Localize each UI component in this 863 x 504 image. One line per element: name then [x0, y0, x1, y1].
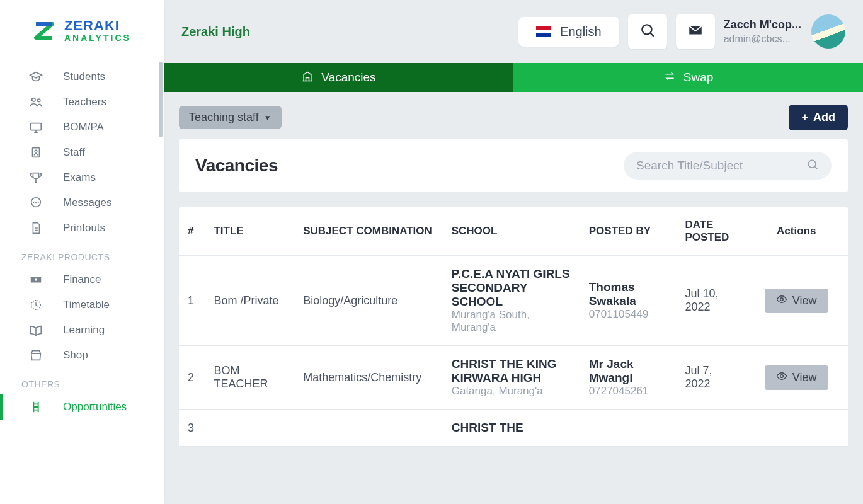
building-icon — [301, 70, 314, 86]
swap-icon — [663, 70, 676, 86]
scrollbar[interactable] — [159, 62, 163, 137]
sidebar-heading-products: ZERAKI PRODUCTS — [0, 241, 164, 267]
grad-cap-icon — [28, 69, 44, 85]
id-card-icon — [28, 144, 44, 161]
brand-logo[interactable]: ZERAKI ANALYTICS — [0, 0, 164, 62]
search-field[interactable] — [624, 152, 832, 180]
search-button[interactable] — [628, 14, 667, 49]
col-actions: Actions — [745, 207, 848, 256]
cell-posted-by: Mr Jack Mwangi 0727045261 — [580, 346, 677, 410]
cell-num: 1 — [179, 256, 205, 346]
sidebar-item-messages[interactable]: Messages — [0, 190, 164, 215]
tab-swap[interactable]: Swap — [513, 63, 863, 92]
svg-point-9 — [642, 25, 651, 34]
sidebar-item-staff[interactable]: Staff — [0, 140, 164, 165]
school-name: Zeraki High — [181, 25, 250, 39]
avatar — [811, 14, 845, 49]
mail-icon — [687, 22, 704, 41]
sidebar-item-learning[interactable]: Learning — [0, 318, 164, 343]
banknote-icon — [28, 272, 44, 288]
add-button[interactable]: + Add — [789, 105, 848, 130]
cell-num: 2 — [179, 346, 205, 410]
cell-date: Jul 10, 2022 — [676, 256, 745, 346]
svg-point-7 — [35, 278, 37, 281]
col-date: DATE POSTED — [676, 207, 745, 256]
plus-icon: + — [801, 111, 808, 124]
cell-actions — [745, 410, 848, 447]
filter-dropdown[interactable]: Teaching staff ▼ — [179, 106, 282, 129]
col-subject: SUBJECT COMBINATION — [294, 207, 443, 256]
sidebar-item-printouts[interactable]: Printouts — [0, 215, 164, 241]
book-open-icon — [28, 322, 44, 338]
brand-sub: ANALYTICS — [64, 33, 131, 43]
add-label: Add — [813, 111, 835, 124]
tab-vacancies[interactable]: Vacancies — [164, 63, 513, 92]
col-school: SCHOOL — [443, 207, 580, 256]
brand-name: ZERAKI — [64, 18, 131, 33]
col-num: # — [179, 207, 205, 256]
chat-icon — [28, 195, 44, 211]
sidebar-item-finance[interactable]: Finance — [0, 267, 164, 292]
cell-num: 3 — [179, 410, 205, 447]
chevron-down-icon: ▼ — [264, 113, 271, 122]
cell-title — [205, 410, 294, 447]
sidebar-item-label: Students — [63, 71, 105, 83]
ladder-icon — [28, 399, 44, 415]
vacancies-table: # TITLE SUBJECT COMBINATION SCHOOL POSTE… — [179, 207, 848, 447]
cell-subject: Mathematics/Chemistry — [294, 346, 443, 410]
sidebar-item-teachers[interactable]: Teachers — [0, 89, 164, 115]
sidebar-item-label: Exams — [63, 171, 96, 184]
cell-actions: View — [745, 256, 848, 346]
view-button[interactable]: View — [765, 365, 828, 390]
sidebar-item-label: Shop — [63, 349, 88, 362]
clock-icon — [28, 297, 44, 313]
language-selector[interactable]: English — [518, 17, 619, 47]
user-email: admin@cbcs... — [724, 32, 801, 46]
language-label: English — [560, 25, 602, 39]
col-title: TITLE — [205, 207, 294, 256]
sidebar: ZERAKI ANALYTICS Students Teachers BOM/P… — [0, 0, 164, 504]
sidebar-item-label: Finance — [63, 273, 101, 286]
sidebar-item-label: Staff — [63, 146, 85, 159]
cell-school: CHRIST THE KING KIRWARA HIGH Gatanga, Mu… — [443, 346, 580, 410]
sidebar-item-exams[interactable]: Exams — [0, 165, 164, 190]
sidebar-item-students[interactable]: Students — [0, 64, 164, 89]
table-row: 3 CHRIST THE — [179, 410, 848, 447]
eye-icon — [776, 370, 787, 385]
tab-label: Swap — [683, 71, 714, 84]
shop-icon — [28, 347, 44, 364]
cell-subject: Biology/Agriculture — [294, 256, 443, 346]
sidebar-item-opportunities[interactable]: Opportunities — [0, 394, 164, 420]
tab-label: Vacancies — [321, 71, 375, 84]
sidebar-item-label: Messages — [63, 197, 111, 209]
cell-posted-by: Thomas Swakala 0701105449 — [580, 256, 677, 346]
svg-point-12 — [780, 374, 784, 377]
filter-label: Teaching staff — [189, 111, 259, 124]
document-icon — [28, 220, 44, 236]
sidebar-item-label: BOM/PA — [63, 121, 104, 134]
search-input[interactable] — [636, 159, 806, 173]
sidebar-item-bom-pa[interactable]: BOM/PA — [0, 115, 164, 140]
page-tabs: Vacancies Swap — [164, 63, 863, 92]
monitor-icon — [28, 119, 44, 135]
sidebar-item-label: Teachers — [63, 96, 106, 108]
cell-date — [676, 410, 745, 447]
svg-point-4 — [35, 150, 37, 152]
col-posted-by: POSTED BY — [580, 207, 677, 256]
inbox-button[interactable] — [676, 14, 715, 49]
sidebar-item-timetable[interactable]: Timetable — [0, 292, 164, 318]
svg-point-11 — [780, 297, 784, 301]
people-icon — [28, 94, 44, 110]
eye-icon — [776, 294, 787, 308]
sidebar-heading-others: OTHERS — [0, 368, 164, 394]
user-menu[interactable]: Zacch M'cop... admin@cbcs... — [724, 14, 845, 49]
sidebar-item-label: Printouts — [63, 222, 105, 234]
sidebar-item-label: Learning — [63, 324, 105, 336]
svg-point-10 — [808, 160, 816, 168]
brand-icon — [33, 20, 55, 42]
search-icon — [806, 158, 819, 173]
sidebar-item-label: Opportunities — [63, 401, 127, 413]
sidebar-item-shop[interactable]: Shop — [0, 343, 164, 368]
cell-posted-by — [580, 410, 677, 447]
view-button[interactable]: View — [765, 289, 828, 313]
